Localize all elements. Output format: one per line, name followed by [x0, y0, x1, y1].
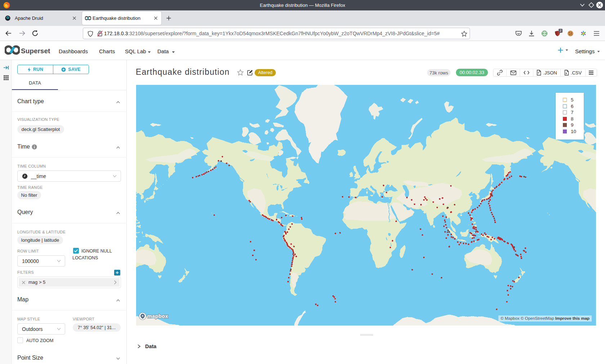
svg-text:mapbox: mapbox [147, 313, 168, 319]
